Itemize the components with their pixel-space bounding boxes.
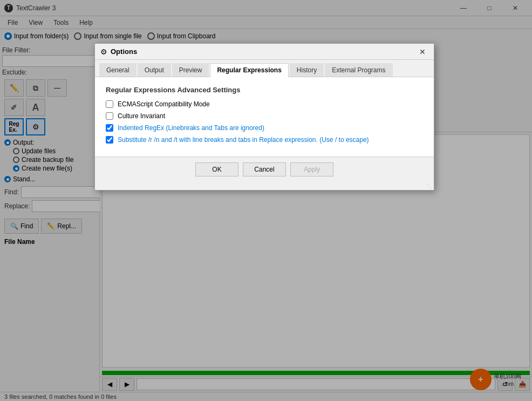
ecma-checkbox[interactable] (106, 100, 113, 108)
tab-preview[interactable]: Preview (172, 63, 209, 77)
ecma-label: ECMAScript Compatibility Mode (118, 100, 210, 108)
tab-regular-expressions[interactable]: Regular Expressions (210, 63, 288, 77)
tab-output[interactable]: Output (138, 63, 171, 77)
dialog-footer: OK Cancel Apply (95, 157, 434, 182)
substitute-checkbox[interactable] (106, 136, 113, 144)
dialog-tabs: General Output Preview Regular Expressio… (95, 60, 434, 77)
culture-checkbox-row[interactable]: Culture Invariant (106, 112, 423, 120)
options-dialog: ⚙ Options ✕ General Output Preview Regul… (94, 43, 434, 191)
ecma-checkbox-row[interactable]: ECMAScript Compatibility Mode (106, 100, 423, 108)
culture-checkbox[interactable] (106, 112, 113, 120)
resize-handle[interactable]: ⋱ (95, 182, 434, 190)
dialog-titlebar: ⚙ Options ✕ (95, 44, 434, 60)
indented-label: Indented RegEx (Linebreaks and Tabs are … (118, 124, 264, 132)
tab-general[interactable]: General (99, 63, 137, 77)
tab-history[interactable]: History (290, 63, 324, 77)
dialog-section-title: Regular Expressions Advanced Settings (106, 86, 423, 94)
dialog-close-button[interactable]: ✕ (417, 46, 428, 58)
indented-checkbox[interactable] (106, 124, 113, 132)
apply-button[interactable]: Apply (290, 162, 333, 176)
culture-label: Culture Invariant (118, 112, 165, 120)
dialog-content: Regular Expressions Advanced Settings EC… (95, 77, 434, 157)
cancel-button[interactable]: Cancel (243, 162, 286, 176)
dialog-title: Options (111, 47, 417, 56)
substitute-label: Substitute /r /n and /t with line breaks… (118, 136, 369, 144)
dialog-gear-icon: ⚙ (100, 47, 107, 56)
ok-button[interactable]: OK (195, 162, 238, 176)
indented-checkbox-row[interactable]: Indented RegEx (Linebreaks and Tabs are … (106, 124, 423, 132)
tab-external-programs[interactable]: External Programs (325, 63, 392, 77)
substitute-checkbox-row[interactable]: Substitute /r /n and /t with line breaks… (106, 136, 423, 144)
